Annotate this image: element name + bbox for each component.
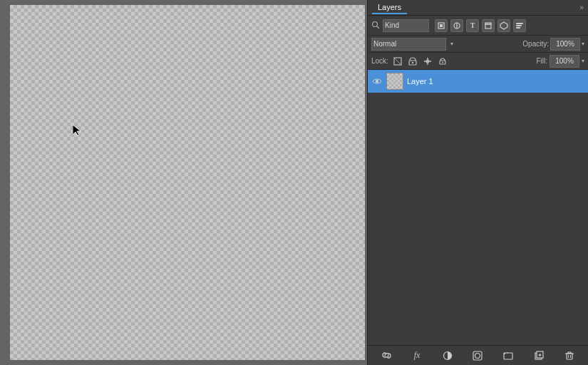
lock-transparent-pixels-button[interactable] xyxy=(392,56,403,67)
kind-select[interactable]: Kind xyxy=(383,19,429,32)
svg-rect-10 xyxy=(516,27,520,29)
svg-rect-6 xyxy=(485,24,491,29)
svg-rect-8 xyxy=(516,23,523,24)
filter-shape-icon[interactable] xyxy=(482,19,495,32)
svg-point-14 xyxy=(412,61,413,63)
canvas-wrapper xyxy=(10,5,365,360)
layers-list: Layer 1 xyxy=(368,70,588,345)
add-mask-button[interactable] xyxy=(470,348,485,364)
blend-dropdown-arrow: ▾ xyxy=(450,41,453,47)
filter-adjustment-icon[interactable] xyxy=(450,19,463,32)
lock-position-button[interactable] xyxy=(422,56,433,67)
new-fill-adjustment-button[interactable] xyxy=(440,348,455,364)
delete-layer-button[interactable] xyxy=(562,348,577,364)
layer-thumbnail xyxy=(386,73,403,90)
filter-pixel-icon[interactable] xyxy=(435,19,448,32)
link-layers-button[interactable] xyxy=(378,348,394,364)
lock-row: Lock: Fill: ▾ xyxy=(368,53,588,70)
lock-all-button[interactable] xyxy=(437,56,448,67)
layer-name: Layer 1 xyxy=(407,77,584,86)
svg-rect-24 xyxy=(504,353,512,359)
fill-group: Fill: ▾ xyxy=(536,55,584,68)
lock-label: Lock: xyxy=(371,57,388,65)
layer-visibility-button[interactable] xyxy=(371,76,383,87)
filter-icon xyxy=(371,21,380,31)
svg-point-23 xyxy=(475,353,480,358)
layers-toolbar: fx xyxy=(368,345,588,365)
panel-collapse-button[interactable]: » xyxy=(579,4,584,11)
svg-rect-4 xyxy=(440,24,443,27)
tab-layers[interactable]: Layers xyxy=(372,1,407,14)
layers-panel: Layers » Kind T xyxy=(367,0,588,365)
opacity-input[interactable] xyxy=(550,38,580,51)
svg-rect-22 xyxy=(473,351,482,360)
panel-titlebar: Layers » xyxy=(368,0,588,16)
filter-icons-group: T xyxy=(435,19,526,32)
fill-dropdown-arrow[interactable]: ▾ xyxy=(582,58,584,64)
opacity-dropdown-arrow[interactable]: ▾ xyxy=(582,41,584,47)
canvas-checkerboard xyxy=(10,5,365,360)
svg-line-2 xyxy=(377,26,380,29)
filter-smart-icon[interactable] xyxy=(497,19,510,32)
filter-text-icon[interactable]: T xyxy=(466,19,479,32)
layer-item[interactable]: Layer 1 xyxy=(368,70,588,93)
filter-toggle-icon[interactable] xyxy=(513,19,526,32)
filter-row: Kind T xyxy=(368,16,588,36)
canvas-area xyxy=(0,0,367,365)
create-group-button[interactable] xyxy=(500,348,516,364)
blend-row: Normal ▾ Opacity: ▾ xyxy=(368,36,588,53)
fill-input[interactable] xyxy=(550,55,579,68)
svg-rect-9 xyxy=(516,25,522,26)
lock-image-pixels-button[interactable] xyxy=(407,56,418,67)
blend-mode-select[interactable]: Normal xyxy=(371,38,446,51)
create-new-layer-button[interactable] xyxy=(531,348,547,364)
svg-point-19 xyxy=(442,61,443,63)
svg-point-20 xyxy=(376,80,378,83)
svg-point-1 xyxy=(373,21,378,26)
panel-tabs: Layers xyxy=(372,1,407,14)
fx-button[interactable]: fx xyxy=(409,348,425,364)
svg-line-12 xyxy=(394,58,401,65)
svg-rect-29 xyxy=(567,354,572,359)
opacity-label: Opacity: xyxy=(522,40,549,48)
fill-label: Fill: xyxy=(536,57,547,65)
opacity-group: Opacity: ▾ xyxy=(522,38,584,51)
svg-rect-7 xyxy=(485,23,491,24)
